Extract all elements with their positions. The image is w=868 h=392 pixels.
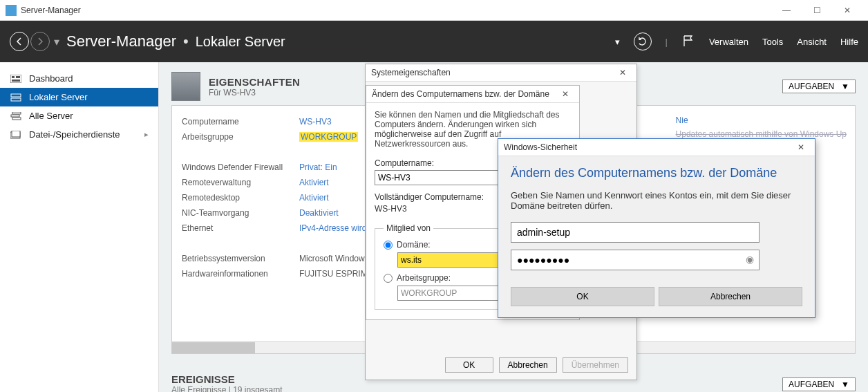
prop-label: Remoteverwaltung: [182, 178, 299, 187]
prop-label: Windows Defender Firewall: [182, 162, 299, 172]
cancel-button[interactable]: Abbrechen: [499, 357, 557, 373]
breadcrumb-root[interactable]: Server-Manager: [66, 32, 176, 50]
window-title: Server-Manager: [21, 6, 81, 15]
sidebar: Dashboard Lokaler Server Alle Server Dat…: [0, 62, 159, 392]
cancel-button[interactable]: Abbrechen: [659, 287, 802, 306]
minimize-button[interactable]: —: [771, 0, 802, 21]
apply-button: Übernehmen: [563, 357, 628, 373]
storage-icon: [10, 130, 22, 140]
close-icon[interactable]: ✕: [793, 142, 809, 152]
app-icon: [6, 5, 17, 16]
ok-button[interactable]: OK: [511, 287, 654, 306]
prop-label: Arbeitsgruppe: [182, 132, 299, 142]
scrollbar-thumb[interactable]: [172, 342, 255, 353]
menu-tools[interactable]: Tools: [762, 37, 783, 47]
chevron-right-icon: ▸: [144, 130, 149, 139]
security-message: Geben Sie Namen und Kennwort eines Konto…: [511, 190, 802, 211]
events-subtitle: Alle Ereignisse | 19 insgesamt: [171, 385, 283, 392]
nav-dropdown[interactable]: ▾: [54, 35, 59, 48]
svg-rect-2: [16, 76, 20, 78]
svg-rect-4: [11, 94, 21, 97]
subdialog-title: Ändern des Computernamens bzw. der Domän…: [372, 89, 549, 99]
events-tasks-dropdown[interactable]: AUFGABEN▼: [782, 377, 856, 391]
svg-rect-7: [11, 115, 19, 117]
svg-rect-1: [12, 76, 15, 78]
close-icon[interactable]: ✕: [557, 89, 574, 99]
ok-button[interactable]: OK: [445, 357, 493, 373]
sidebar-label: Lokaler Server: [29, 92, 88, 102]
dashboard-icon: [10, 74, 22, 84]
prop-label: NIC-Teamvorgang: [182, 208, 299, 218]
close-icon[interactable]: ✕: [614, 68, 631, 77]
panel-icon: [171, 72, 200, 101]
header-ribbon: ▾ Server-Manager • Lokaler Server ▾ | Ve…: [0, 21, 868, 62]
header-dropdown[interactable]: ▾: [615, 37, 620, 47]
menu-hilfe[interactable]: Hilfe: [840, 37, 858, 47]
menu-verwalten[interactable]: Verwalten: [709, 37, 748, 47]
chevron-down-icon: ▼: [841, 380, 849, 389]
svg-rect-0: [10, 75, 21, 83]
domain-radio-label: Domäne:: [397, 240, 431, 250]
flag-icon[interactable]: [681, 34, 695, 50]
events-title: EREIGNISSE: [171, 373, 283, 385]
svg-rect-8: [12, 118, 21, 120]
prop-label: Betriebssystemversion: [182, 254, 299, 263]
servers-icon: [10, 111, 22, 121]
prop-label: Ethernet: [182, 223, 299, 233]
panel-subtitle: Für WS-HV3: [209, 88, 300, 97]
refresh-icon[interactable]: [634, 32, 652, 50]
header-separator: |: [666, 37, 668, 47]
server-icon: [10, 93, 22, 102]
sidebar-item-local-server[interactable]: Lokaler Server: [0, 88, 158, 106]
panel-title: EIGENSCHAFTEN: [209, 76, 300, 88]
updates-nie[interactable]: Nie: [676, 115, 847, 125]
tasks-dropdown[interactable]: AUFGABEN▼: [782, 80, 856, 93]
breadcrumb: Server-Manager • Lokaler Server: [66, 32, 285, 50]
svg-rect-10: [12, 131, 20, 137]
sidebar-label: Datei-/Speicherdienste: [29, 129, 120, 140]
dialog-title: Windows-Sicherheit: [504, 142, 577, 152]
svg-rect-6: [12, 112, 21, 114]
prop-label: Computername: [182, 117, 299, 127]
workgroup-link[interactable]: WORKGROUP: [299, 132, 358, 142]
sidebar-item-file-storage[interactable]: Datei-/Speicherdienste ▸: [0, 125, 158, 144]
nav-forward-button[interactable]: [30, 32, 50, 51]
username-input[interactable]: [511, 222, 760, 243]
svg-rect-3: [12, 80, 20, 82]
nav-back-button[interactable]: [10, 32, 29, 51]
security-heading: Ändern des Computernamens bzw. der Domän…: [511, 166, 802, 180]
svg-rect-5: [11, 98, 21, 101]
sidebar-label: Alle Server: [29, 111, 73, 121]
dialog-title: Systemeigenschaften: [371, 68, 451, 77]
chevron-down-icon: ▼: [841, 82, 849, 91]
domain-radio[interactable]: [384, 241, 393, 250]
member-legend: Mitglied von: [384, 223, 433, 233]
reveal-password-icon[interactable]: ◉: [746, 254, 754, 265]
password-input[interactable]: [511, 250, 760, 270]
breadcrumb-sep: •: [183, 32, 189, 50]
workgroup-radio[interactable]: [384, 274, 393, 283]
sidebar-item-dashboard[interactable]: Dashboard: [0, 69, 158, 88]
close-button[interactable]: ✕: [832, 0, 862, 21]
workgroup-radio-label: Arbeitsgruppe:: [397, 273, 451, 283]
prop-label: Hardwareinformationen: [182, 269, 299, 279]
windows-security-dialog: Windows-Sicherheit ✕ Ändern des Computer…: [498, 138, 815, 318]
prop-label: Remotedesktop: [182, 193, 299, 203]
breadcrumb-current[interactable]: Lokaler Server: [196, 34, 285, 50]
maximize-button[interactable]: ☐: [802, 0, 832, 21]
sidebar-label: Dashboard: [29, 73, 73, 84]
window-titlebar: Server-Manager — ☐ ✕: [0, 0, 868, 21]
sidebar-item-all-servers[interactable]: Alle Server: [0, 106, 158, 125]
menu-ansicht[interactable]: Ansicht: [797, 37, 827, 47]
updates-link[interactable]: Updates automatisch mithilfe von Windows…: [676, 129, 847, 139]
